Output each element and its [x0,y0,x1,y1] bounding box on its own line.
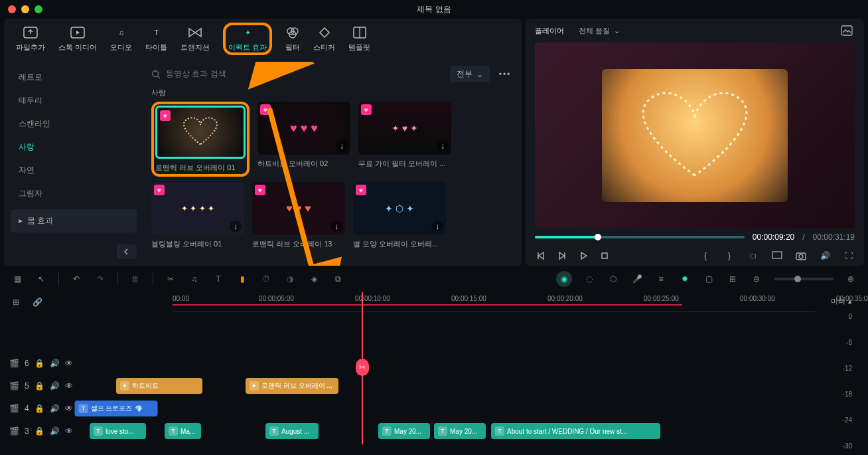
effect-thumb[interactable]: ♥ ✦ ✦ ✦ ✦ ↓ 블링블링 오버레이 01 [151,182,244,249]
redo-button[interactable]: ↷ [94,272,107,286]
render-button[interactable]: ▢ [702,272,715,286]
download-icon[interactable]: ↓ [330,221,342,232]
speaker-icon[interactable]: 🔊 [50,359,60,368]
tab-stock[interactable]: 스톡 미디어 [58,25,97,52]
speaker-icon[interactable]: 🔊 [50,404,60,413]
minimize-window[interactable] [21,5,29,13]
tab-effects[interactable]: ✦ 이펙트 효과 [228,25,267,52]
clip-heartbeat[interactable]: ✦ 하트비트 [116,378,202,394]
clip-romantic[interactable]: ✦ 로맨틱 러브 오버레이 ... [246,378,338,394]
playback-slider[interactable] [535,236,745,238]
zoom-in-button[interactable]: ⊕ [844,272,857,286]
stop-button[interactable] [599,250,611,262]
eye-icon[interactable]: 👁 [65,359,73,368]
download-icon[interactable]: ↓ [437,140,449,152]
eye-icon[interactable]: 👁 [65,426,73,436]
undo-button[interactable]: ↶ [70,272,83,286]
volume-button[interactable]: 🔊 [819,250,831,262]
lock-icon[interactable]: 🔒 [35,359,44,368]
timeline-ruler[interactable]: 00:00 00:00:05:00 00:00:10:00 00:00:15:0… [173,292,815,312]
shield-button[interactable]: ⬡ [607,272,620,286]
link-button[interactable]: 🔗 [31,296,44,309]
text-button[interactable]: T [212,272,225,286]
speed-button[interactable]: ⏱ [259,272,273,286]
sidebar-item-love[interactable]: 사랑 [11,136,137,159]
track-add-button[interactable]: ⊞ [9,296,23,309]
effect-thumb[interactable]: ♥ ♥ ♥ ♥ ↓ 로맨틱 러브 오버레이 13 [252,182,345,249]
tab-audio[interactable]: ♫ 오디오 [110,25,132,52]
next-frame-button[interactable] [556,250,568,262]
zoom-slider[interactable] [774,278,833,280]
audio-button[interactable]: ♫ [188,272,201,286]
tab-stickers[interactable]: 스티커 [313,25,335,52]
effect-thumb[interactable]: ♥ ♥ ♥ ♥ ↓ 하트비트 오버레이 02 [257,102,350,177]
clip-about[interactable]: T About to start / WEDDING / Our new st.… [491,423,660,439]
select-tool[interactable]: ↖ [35,272,48,286]
preview-viewport[interactable] [535,43,855,228]
effect-thumb[interactable]: ♥ ✦ ⬡ ✦ ↓ 별 모양 오버레이 오버레... [353,182,446,249]
layout-button[interactable]: ▦ [11,272,24,286]
display-button[interactable] [771,250,783,262]
maximize-window[interactable] [35,5,42,13]
camera-button[interactable] [795,250,807,262]
clip-love-sto[interactable]: T love sto... [90,423,146,439]
mic-button[interactable]: 🎤 [630,272,644,286]
eye-icon[interactable]: 👁 [65,381,73,391]
more-menu[interactable]: ••• [496,70,514,79]
magnet-button[interactable]: ✹ [678,272,691,286]
ai-button[interactable]: ◉ [556,271,572,287]
prev-frame-button[interactable] [535,250,547,262]
track-header-5[interactable]: 🎬5 🔒 🔊 👁 [0,381,86,391]
sidebar-item-shadow[interactable]: 그림자 [11,182,137,205]
search-input[interactable]: 동영상 효과 검색 [151,68,443,80]
clip-ma[interactable]: T Ma... [165,423,201,439]
sidebar-item-scanline[interactable]: 스캔라인 [11,112,137,136]
sidebar-item-nature[interactable]: 자연 [11,159,137,182]
snapshot-button[interactable] [839,23,855,39]
filter-dropdown[interactable]: 전부 ⌄ [450,66,490,82]
effect-thumb[interactable]: ♥ 로맨틱 러브 오버레이 01 [155,106,246,173]
fullscreen-button[interactable]: ⛶ [843,250,855,262]
tab-import[interactable]: 파일추가 [16,25,45,52]
download-icon[interactable]: ↓ [336,140,348,152]
clip-august[interactable]: T August ... [265,423,319,439]
eye-icon[interactable]: 👁 [65,404,73,413]
download-icon[interactable]: ↓ [230,221,242,232]
keyframe-button[interactable]: ◈ [307,272,321,286]
tab-templates[interactable]: 템플릿 [348,25,370,52]
clip-may2[interactable]: T May 20... [434,423,486,439]
lock-icon[interactable]: 🔒 [35,404,44,413]
sidebar-item-retro[interactable]: 레트로 [11,66,137,89]
sidebar-item-border[interactable]: 테두리 [11,89,137,112]
track-header-4[interactable]: 🎬4 🔒 🔊 👁 [0,404,86,413]
clip-may1[interactable]: T May 20... [378,423,430,439]
close-window[interactable] [8,5,16,13]
sidebar-group-body-effects[interactable]: ▸ 몸 효과 [11,209,137,232]
export-button[interactable]: ⊞ [726,272,739,286]
track-header-3[interactable]: 🎬3 🔒 🔊 👁 [0,426,86,436]
quality-dropdown[interactable]: 전체 품질 ⌄ [572,23,626,39]
tab-titles[interactable]: T 타이틀 [145,25,167,52]
tab-filters[interactable]: 필터 [285,25,300,52]
lock-icon[interactable]: 🔒 [35,426,44,436]
speaker-icon[interactable]: 🔊 [50,381,60,391]
group-button[interactable]: ⧉ [331,272,344,286]
split-button[interactable]: ✂ [164,272,177,286]
lock-icon[interactable]: 🔒 [35,381,44,391]
delete-button[interactable]: 🗑 [129,272,142,286]
clip-selfpropose[interactable]: T 셀프 프로포즈 💎 [75,401,158,416]
track-header-6[interactable]: 🎬6 🔒 🔊 👁 [0,359,86,368]
speaker-icon[interactable]: 🔊 [50,426,60,436]
effect-thumb[interactable]: ♥ ✦ ♥ ✦ ↓ 무료 가이 필터 오버레이 ... [358,102,451,177]
crop-button[interactable]: □ [747,250,759,262]
tab-transitions[interactable]: 트랜지션 [181,25,210,52]
color-button[interactable]: ◑ [283,272,297,286]
mark-in-button[interactable]: { [699,250,711,262]
download-icon[interactable]: ↓ [431,221,443,232]
play-button[interactable] [577,250,589,262]
mark-out-button[interactable]: } [723,250,735,262]
sidebar-collapse[interactable] [117,244,137,259]
adjust-button[interactable]: ◌ [583,272,596,286]
marker-button[interactable]: ▮ [236,272,249,286]
list-button[interactable]: ≡ [654,272,668,286]
